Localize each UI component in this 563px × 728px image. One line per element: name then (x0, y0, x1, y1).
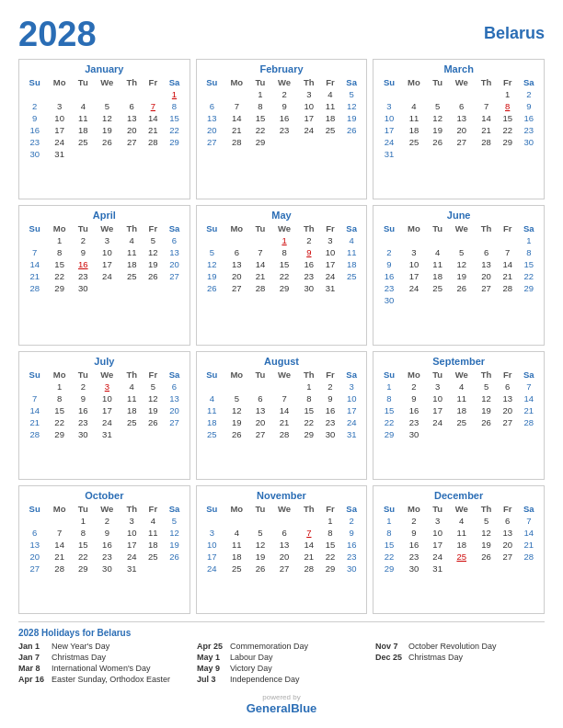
cal-day: 5 (224, 392, 250, 404)
cal-day: 19 (163, 539, 185, 551)
cal-day: 2 (340, 515, 362, 527)
day-header-th: Th (121, 503, 143, 515)
day-header-th: Th (121, 369, 143, 381)
day-header-th: Th (475, 503, 497, 515)
cal-day: 21 (518, 539, 540, 551)
day-header-tu: Tu (73, 76, 94, 88)
day-header-we: We (270, 222, 297, 234)
day-header-mo: Mo (46, 369, 73, 381)
cal-day: 7 (475, 100, 497, 112)
day-header-sa: Sa (163, 76, 185, 88)
cal-day: 21 (250, 270, 271, 282)
cal-day: 8 (270, 246, 297, 258)
cal-day: 5 (201, 246, 224, 258)
cal-day: 25 (427, 282, 448, 294)
cal-day (298, 136, 320, 148)
day-header-su: Su (23, 503, 46, 515)
cal-day: 1 (298, 381, 320, 392)
cal-day: 29 (320, 563, 340, 574)
month-block-november: NovemberSuMoTuWeThFrSa123456789101112131… (196, 485, 368, 614)
cal-day: 3 (298, 88, 320, 100)
cal-day: 21 (298, 551, 320, 563)
cal-day: 29 (46, 428, 73, 440)
cal-day: 21 (23, 416, 46, 428)
cal-day: 11 (448, 527, 475, 539)
day-header-fr: Fr (143, 369, 163, 381)
cal-day: 13 (23, 539, 46, 551)
day-header-sa: Sa (518, 503, 540, 515)
cal-day: 27 (270, 563, 297, 574)
cal-day (224, 88, 250, 100)
cal-day: 25 (143, 551, 163, 563)
cal-day: 30 (518, 136, 540, 148)
cal-day: 9 (73, 392, 94, 404)
day-header-sa: Sa (340, 76, 362, 88)
cal-day (46, 88, 73, 100)
cal-day: 28 (298, 563, 320, 574)
cal-table: SuMoTuWeThFrSa12345678910111213141516171… (201, 222, 363, 294)
cal-day: 30 (298, 282, 320, 294)
holiday-name: Christmas Day (52, 653, 106, 662)
cal-day: 14 (475, 112, 497, 124)
cal-day: 17 (401, 270, 428, 282)
cal-day: 12 (475, 527, 497, 539)
cal-day: 16 (320, 404, 340, 416)
calendars-grid: JanuarySuMoTuWeThFrSa1234567891011121314… (18, 59, 545, 614)
cal-day: 3 (201, 527, 224, 539)
cal-day: 21 (475, 124, 497, 136)
cal-table: SuMoTuWeThFrSa12345678910111213141516171… (23, 503, 186, 574)
cal-day: 11 (121, 392, 143, 404)
day-header-su: Su (377, 503, 400, 515)
cal-day: 30 (94, 563, 121, 574)
cal-day (94, 282, 121, 294)
cal-day: 11 (143, 527, 163, 539)
holiday-name: Victory Day (230, 664, 272, 673)
cal-day (143, 563, 163, 574)
cal-day (401, 294, 428, 306)
cal-day: 8 (298, 392, 320, 404)
cal-day: 23 (377, 282, 400, 294)
cal-day: 6 (498, 515, 518, 527)
cal-day: 6 (224, 246, 250, 258)
cal-day (224, 515, 250, 527)
cal-day: 4 (340, 234, 362, 246)
holiday-item: Jan 1New Year's Day (18, 642, 188, 651)
cal-day: 24 (94, 416, 121, 428)
day-header-fr: Fr (143, 503, 163, 515)
cal-day: 23 (518, 124, 540, 136)
cal-day: 26 (163, 551, 185, 563)
holiday-date: Jan 1 (18, 642, 48, 651)
cal-day (340, 282, 362, 294)
cal-day (163, 563, 185, 574)
cal-day: 17 (377, 124, 400, 136)
holiday-date: Apr 25 (197, 642, 226, 651)
holiday-column-0: Jan 1New Year's DayJan 7Christmas DayMar… (18, 642, 188, 686)
cal-day: 24 (46, 136, 73, 148)
cal-day: 13 (163, 392, 185, 404)
day-header-fr: Fr (320, 503, 340, 515)
cal-day: 24 (427, 551, 448, 563)
cal-day: 27 (475, 282, 497, 294)
cal-day: 16 (518, 112, 540, 124)
cal-day (46, 515, 73, 527)
cal-day (143, 148, 163, 160)
holiday-name: Independence Day (230, 675, 300, 684)
cal-day: 6 (201, 100, 224, 112)
cal-day: 1 (498, 88, 518, 100)
cal-day: 4 (121, 381, 143, 392)
cal-day: 17 (320, 258, 340, 270)
cal-day: 2 (298, 234, 320, 246)
cal-day (270, 136, 297, 148)
cal-day: 11 (121, 246, 143, 258)
day-header-mo: Mo (401, 503, 428, 515)
month-title: February (201, 63, 363, 74)
cal-day: 14 (498, 258, 518, 270)
cal-day (143, 428, 163, 440)
cal-day: 20 (163, 404, 185, 416)
cal-day: 2 (73, 381, 94, 392)
cal-day: 28 (250, 282, 271, 294)
cal-day (518, 148, 540, 160)
cal-day: 15 (377, 404, 400, 416)
cal-day: 29 (498, 136, 518, 148)
holidays-title: 2028 Holidays for Belarus (18, 628, 545, 638)
